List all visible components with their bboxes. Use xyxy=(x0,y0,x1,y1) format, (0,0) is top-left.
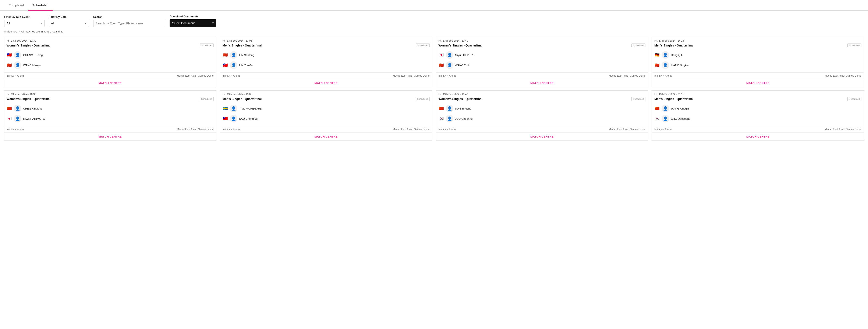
player-row: 🇰🇷 👤 CHO Daeseong xyxy=(654,114,861,124)
player-row: 🇹🇼 👤 LIN Yun-Ju xyxy=(223,60,430,70)
players-section: 🇩🇪 👤 Dang QIU 🇨🇳 👤 LIANG Jingkun xyxy=(652,49,864,72)
date-filter: Filter By Date All xyxy=(49,15,89,27)
match-event: Men's Singles - Quarterfinal Scheduled xyxy=(652,43,864,49)
player-flag: 🇨🇳 xyxy=(654,107,660,110)
player-flag: 🇯🇵 xyxy=(439,53,444,57)
venue-1: Infinity ∞ Arena xyxy=(7,74,24,77)
player-row: 🇹🇼 👤 CHENG I-Ching xyxy=(7,50,214,60)
scheduled-badge: Scheduled xyxy=(416,97,430,101)
sub-event-select[interactable]: All xyxy=(4,20,44,27)
player-flag: 🇸🇪 xyxy=(223,107,228,110)
matches-grid: Fri, 13th Sep 2024 - 12:30 Women's Singl… xyxy=(0,35,868,142)
match-card: Fri, 13th Sep 2024 - 13:40 Women's Singl… xyxy=(436,37,648,87)
avatar: 👤 xyxy=(14,105,22,112)
players-section: 🇹🇼 👤 CHENG I-Ching 🇨🇳 👤 WANG Manyu xyxy=(4,49,216,72)
player-flag: 🇹🇼 xyxy=(223,63,228,67)
player-name: Miyuu KIHARA xyxy=(455,54,473,57)
match-datetime: Fri, 13th Sep 2024 - 12:30 xyxy=(4,37,216,43)
avatar: 👤 xyxy=(446,105,454,112)
venue-1: Infinity ∞ Arena xyxy=(223,128,240,131)
player-flag: 🇩🇪 xyxy=(654,53,660,57)
player-row: 🇨🇳 👤 WANG Manyu xyxy=(7,60,214,70)
player-name: CHO Daeseong xyxy=(671,117,690,120)
player-row: 🇰🇷 👤 JOO Cheonhui xyxy=(439,114,646,124)
player-row: 🇸🇪 👤 Truls MOREGARD xyxy=(223,103,430,114)
avatar: 👤 xyxy=(661,51,669,59)
tabs-container: Completed Scheduled xyxy=(0,0,868,10)
tab-completed[interactable]: Completed xyxy=(4,0,28,10)
date-select[interactable]: All xyxy=(49,20,89,27)
match-card: Fri, 13th Sep 2024 - 12:30 Women's Singl… xyxy=(4,37,216,87)
player-row: 🇹🇼 👤 KAO Cheng-Jui xyxy=(223,114,430,124)
avatar: 👤 xyxy=(230,115,238,122)
players-section: 🇨🇳 👤 SUN Yingsha 🇰🇷 👤 JOO Cheonhui xyxy=(436,102,648,126)
match-card: Fri, 13th Sep 2024 - 13:05 Men's Singles… xyxy=(220,37,432,87)
date-label: Filter By Date xyxy=(49,15,89,19)
venue-1: Infinity ∞ Arena xyxy=(7,128,24,131)
players-section: 🇨🇳 👤 LIN Shidong 🇹🇼 👤 LIN Yun-Ju xyxy=(220,49,432,72)
player-row: 🇨🇳 👤 WANG Yidi xyxy=(439,60,646,70)
match-datetime: Fri, 13th Sep 2024 - 19:05 xyxy=(220,91,432,97)
scheduled-badge: Scheduled xyxy=(200,44,214,47)
player-flag: 🇯🇵 xyxy=(7,117,12,120)
player-name: Truls MOREGARD xyxy=(239,107,262,110)
filters-bar: Filter By Sub Event All Filter By Date A… xyxy=(0,10,868,29)
venue-row: Infinity ∞ Arena Macao East Asian Games … xyxy=(436,126,648,133)
player-row: 🇨🇳 👤 SUN Yingsha xyxy=(439,103,646,114)
matches-info: 8 Matches | * All matches are in venue l… xyxy=(0,29,868,35)
venue-row: Infinity ∞ Arena Macao East Asian Games … xyxy=(436,72,648,79)
sub-event-filter: Filter By Sub Event All xyxy=(4,15,44,27)
match-centre-button[interactable]: MATCH CENTRE xyxy=(220,133,432,140)
match-centre-button[interactable]: MATCH CENTRE xyxy=(652,133,864,140)
venue-2: Macao East Asian Games Dome xyxy=(825,128,861,131)
venue-1: Infinity ∞ Arena xyxy=(223,74,240,77)
match-centre-button[interactable]: MATCH CENTRE xyxy=(436,133,648,140)
player-flag: 🇨🇳 xyxy=(439,63,444,67)
match-centre-button[interactable]: MATCH CENTRE xyxy=(4,133,216,140)
avatar: 👤 xyxy=(446,115,454,122)
match-card: Fri, 13th Sep 2024 - 18:30 Women's Singl… xyxy=(4,90,216,140)
players-section: 🇯🇵 👤 Miyuu KIHARA 🇨🇳 👤 WANG Yidi xyxy=(436,49,648,72)
player-name: WANG Manyu xyxy=(23,64,41,67)
players-section: 🇨🇳 👤 CHEN Xingtong 🇯🇵 👤 Miwa HARIMOTO xyxy=(4,102,216,126)
player-name: LIN Shidong xyxy=(239,54,254,57)
match-card: Fri, 13th Sep 2024 - 19:05 Men's Singles… xyxy=(220,90,432,140)
match-centre-button[interactable]: MATCH CENTRE xyxy=(652,79,864,87)
player-name: Dang QIU xyxy=(671,54,683,57)
avatar: 👤 xyxy=(14,51,22,59)
match-centre-button[interactable]: MATCH CENTRE xyxy=(436,79,648,87)
scheduled-badge: Scheduled xyxy=(847,44,861,47)
venue-1: Infinity ∞ Arena xyxy=(439,74,456,77)
player-row: 🇩🇪 👤 Dang QIU xyxy=(654,50,861,60)
avatar: 👤 xyxy=(661,105,669,112)
match-card: Fri, 13th Sep 2024 - 14:15 Men's Singles… xyxy=(652,37,864,87)
search-label: Search xyxy=(93,15,165,19)
match-card: Fri, 13th Sep 2024 - 20:15 Men's Singles… xyxy=(652,90,864,140)
match-event: Men's Singles - Quarterfinal Scheduled xyxy=(220,97,432,102)
venue-2: Macao East Asian Games Dome xyxy=(393,128,429,131)
avatar: 👤 xyxy=(14,61,22,69)
match-centre-button[interactable]: MATCH CENTRE xyxy=(220,79,432,87)
venue-2: Macao East Asian Games Dome xyxy=(177,74,213,77)
match-event: Women's Singles - Quarterfinal Scheduled xyxy=(436,97,648,102)
search-filter: Search xyxy=(93,15,165,27)
match-datetime: Fri, 13th Sep 2024 - 20:15 xyxy=(652,91,864,97)
venue-1: Infinity ∞ Arena xyxy=(439,128,456,131)
search-input[interactable] xyxy=(93,20,165,27)
tab-scheduled[interactable]: Scheduled xyxy=(28,0,53,10)
avatar: 👤 xyxy=(446,51,454,59)
scheduled-badge: Scheduled xyxy=(200,97,214,101)
avatar: 👤 xyxy=(661,115,669,122)
match-event: Men's Singles - Quarterfinal Scheduled xyxy=(652,97,864,102)
match-centre-button[interactable]: MATCH CENTRE xyxy=(4,79,216,87)
scheduled-badge: Scheduled xyxy=(631,97,645,101)
player-name: CHENG I-Ching xyxy=(23,54,42,57)
match-event: Women's Singles - Quarterfinal Scheduled xyxy=(4,43,216,49)
player-row: 🇨🇳 👤 CHEN Xingtong xyxy=(7,103,214,114)
venue-row: Infinity ∞ Arena Macao East Asian Games … xyxy=(220,126,432,133)
player-flag: 🇨🇳 xyxy=(439,107,444,110)
match-datetime: Fri, 13th Sep 2024 - 18:30 xyxy=(4,91,216,97)
venue-2: Macao East Asian Games Dome xyxy=(825,74,861,77)
download-select[interactable]: Select Document xyxy=(169,19,216,27)
match-datetime: Fri, 13th Sep 2024 - 13:05 xyxy=(220,37,432,43)
